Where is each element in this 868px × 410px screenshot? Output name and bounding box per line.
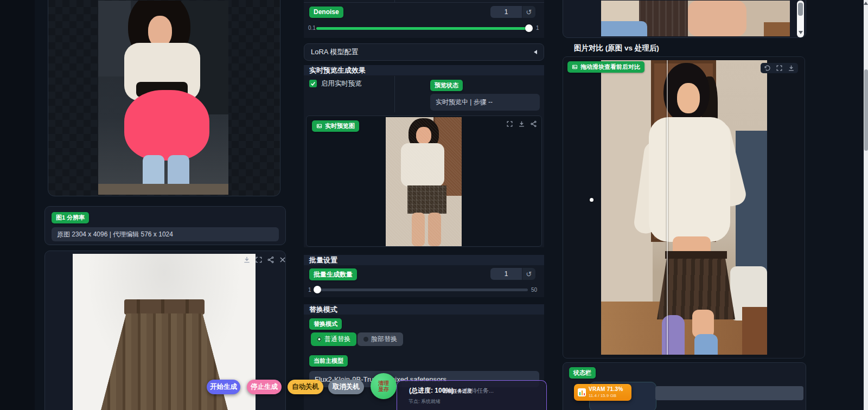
- fullscreen-icon[interactable]: [776, 65, 783, 72]
- denoise-value[interactable]: 1: [490, 6, 522, 18]
- resolution-panel: 图1 分辨率 原图 2304 x 4096 | 代理编辑 576 x 1024: [44, 206, 286, 245]
- image-icon: [572, 64, 578, 70]
- page-scrollbar[interactable]: [864, 0, 868, 410]
- denoise-badge: Denoise: [309, 7, 343, 18]
- overlay-task-status: 等待任务...: [465, 387, 494, 395]
- start-generate-button[interactable]: 开始生成: [207, 380, 240, 394]
- vram-chart-icon: [578, 388, 586, 396]
- preview-status-text: 实时预览中 | 步骤 --: [430, 94, 540, 111]
- denoise-min-label: 0.1: [308, 25, 316, 31]
- denoise-number-input[interactable]: 1 ↺: [490, 6, 535, 18]
- masked-image-card: [48, 0, 280, 196]
- download-icon[interactable]: [243, 256, 251, 264]
- denoise-slider-knob[interactable]: [525, 24, 533, 32]
- clear-vram-button[interactable]: 清理显存: [371, 373, 397, 399]
- batch-slider[interactable]: [316, 289, 528, 291]
- enable-preview-checkbox[interactable]: [309, 80, 317, 87]
- close-icon[interactable]: [279, 256, 286, 264]
- page-scrollbar-thumb[interactable]: [864, 69, 868, 151]
- app-root: 图1 分辨率 原图 2304 x 4096 | 代理编辑 576 x 1024 …: [0, 0, 868, 410]
- replace-mode-header: 替换模式: [304, 304, 544, 315]
- check-icon: [310, 81, 316, 86]
- preview-status-badge: 预览状态: [430, 80, 463, 91]
- scroll-down-arrow-icon[interactable]: [799, 31, 803, 34]
- replace-mode-badge: 替换模式: [309, 318, 342, 330]
- denoise-max-label: 1: [536, 25, 539, 31]
- left-gutter: [0, 0, 35, 410]
- vram-badge: VRAM 71.3% 11.4 / 15.9 GB: [574, 384, 631, 401]
- slider-handle-dot[interactable]: [590, 198, 593, 202]
- live-preview-panel: 实时预览图: [306, 116, 542, 247]
- overlay-node-status: 节点: 系统就绪: [409, 398, 441, 405]
- top-preview-card: [563, 0, 806, 38]
- compare-image[interactable]: [601, 60, 767, 355]
- denoise-reset-icon[interactable]: ↺: [522, 6, 535, 18]
- compare-slider-line[interactable]: [667, 60, 668, 355]
- auto-shutdown-button[interactable]: 自动关机: [288, 380, 323, 394]
- batch-slider-knob[interactable]: [314, 286, 321, 293]
- status-overlay: (总进度: 100%) 当前任务进度 等待任务... 节点: 系统就绪: [397, 380, 547, 410]
- status-progress-track: [655, 386, 803, 400]
- batch-max-label: 50: [531, 287, 537, 293]
- image-icon: [316, 123, 322, 129]
- compare-drag-badge: 拖动滑块查看前后对比: [567, 61, 644, 73]
- current-model-badge: 当前主模型: [309, 355, 348, 367]
- statusbar-badge: 状态栏: [569, 367, 596, 379]
- batch-reset-icon[interactable]: ↺: [522, 268, 535, 280]
- live-preview-image[interactable]: [386, 117, 462, 246]
- batch-header: 批量设置: [304, 255, 544, 265]
- resolution-value: 原图 2304 x 4096 | 代理编辑 576 x 1024: [52, 227, 279, 241]
- masked-source-image[interactable]: [98, 1, 228, 195]
- live-preview-header: 实时预览生成效果: [304, 65, 544, 75]
- vram-label: VRAM 71.3%: [589, 386, 623, 392]
- scroll-up-arrow-icon[interactable]: [864, 2, 868, 5]
- batch-count-badge: 批量生成数量: [309, 268, 357, 280]
- inner-scrollbar[interactable]: [797, 1, 804, 37]
- live-preview-section: 实时预览生成效果 启用实时预览 预览状态 实时预览中 | 步骤 -- 实时预览图: [304, 65, 544, 247]
- batch-number-input[interactable]: 1 ↺: [490, 268, 535, 280]
- radio-unselected-icon: [363, 337, 368, 342]
- compare-card: 拖动滑块查看前后对比: [563, 56, 805, 358]
- lora-config-label: LoRA 模型配置: [311, 47, 358, 57]
- lora-config-panel[interactable]: LoRA 模型配置: [304, 43, 544, 61]
- statusbar-card: 状态栏 VRAM 71.3% 11.4 / 15.9 GB: [563, 362, 806, 410]
- enable-preview-label: 启用实时预览: [321, 79, 362, 88]
- download-icon[interactable]: [518, 120, 525, 127]
- fullscreen-icon[interactable]: [506, 120, 513, 127]
- vram-detail: 11.4 / 15.9 GB: [589, 393, 616, 398]
- collapse-arrow-icon: [534, 50, 537, 54]
- denoise-slider[interactable]: [316, 27, 532, 30]
- compare-title: 图片对比 (原图 vs 处理后): [574, 43, 659, 53]
- live-preview-image-badge: 实时预览图: [312, 120, 359, 132]
- radio-selected-icon: [317, 337, 322, 342]
- fullscreen-icon[interactable]: [255, 256, 263, 264]
- stop-generate-button[interactable]: 停止生成: [247, 380, 282, 394]
- download-icon[interactable]: [788, 65, 795, 72]
- share-icon[interactable]: [267, 256, 275, 264]
- replace-option-face[interactable]: 脸部替换: [358, 332, 403, 346]
- denoise-section: Denoise 1 ↺ 0.1 1: [304, 0, 544, 38]
- replace-option-normal[interactable]: 普通替换: [311, 332, 356, 346]
- top-preview-image[interactable]: [601, 1, 790, 36]
- inner-scrollbar-thumb[interactable]: [798, 3, 803, 16]
- batch-section: 批量设置 批量生成数量 1 ↺ 1 50: [304, 255, 544, 297]
- reset-icon[interactable]: [764, 65, 771, 72]
- share-icon[interactable]: [530, 120, 537, 127]
- batch-min-label: 1: [308, 287, 311, 293]
- resolution-badge: 图1 分辨率: [52, 212, 89, 223]
- batch-value[interactable]: 1: [490, 268, 522, 280]
- cancel-shutdown-button[interactable]: 取消关机: [328, 380, 364, 394]
